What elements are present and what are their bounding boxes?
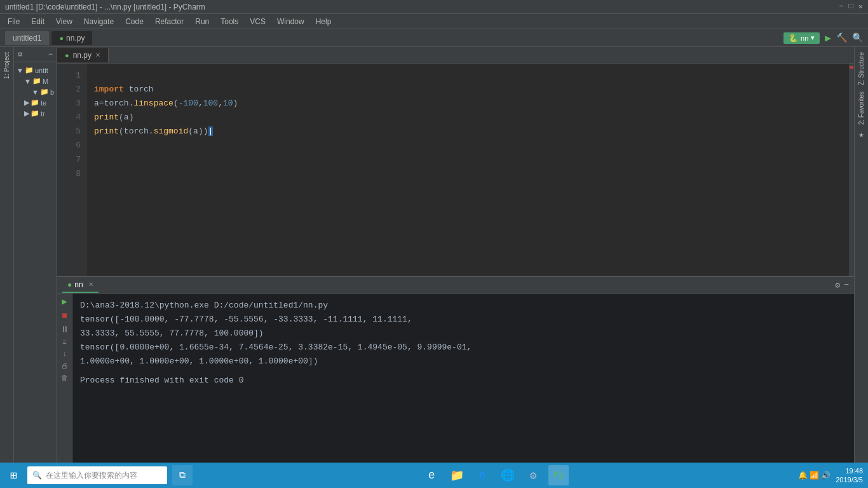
minimize-panel-icon[interactable]: − xyxy=(48,50,53,59)
tree-item-b[interactable]: ▼ 📁 b xyxy=(17,86,54,97)
os-clock: 19:48 2019/3/5 xyxy=(836,466,863,485)
item-m: M xyxy=(43,78,48,85)
ie-icon[interactable]: e xyxy=(472,465,492,485)
os-time-display: 19:48 xyxy=(836,466,863,475)
run-print-button[interactable]: 🖨 xyxy=(61,362,68,370)
run-panel-controls: ⚙ − xyxy=(835,280,849,290)
project-panel-toggle[interactable]: 1: Project xyxy=(2,50,11,81)
windows-start-button[interactable]: ⊞ xyxy=(5,466,22,485)
line-numbers: 1 2 3 4 5 6 7 8 xyxy=(57,64,86,276)
star-icon[interactable]: ★ xyxy=(858,129,864,140)
code-editor[interactable]: 1 2 3 4 5 6 7 8 import torch a=torch.lin… xyxy=(57,64,854,276)
run-scroll-button[interactable]: ↓ xyxy=(62,350,67,358)
line-num-2: 2 xyxy=(57,83,81,97)
tree-item-untitled1[interactable]: ▼ 📁 untit xyxy=(17,65,54,76)
editor-and-run: ● nn.py ✕ 1 2 3 4 5 6 7 xyxy=(57,47,854,474)
google-chrome-icon: ⚙ xyxy=(530,468,537,482)
file-tab-label: nn.py xyxy=(66,34,85,43)
menu-vcs[interactable]: VCS xyxy=(245,16,271,27)
menu-refactor[interactable]: Refactor xyxy=(150,16,189,27)
favorites-toggle[interactable]: 2: Favorites xyxy=(857,89,866,127)
menu-file[interactable]: File xyxy=(3,16,25,27)
run-control-buttons: ▶ ■ ⏸ ≡ ↓ 🖨 🗑 xyxy=(57,294,72,474)
folder-icon4: 📁 xyxy=(31,98,39,107)
tree-item-m[interactable]: ▼ 📁 M xyxy=(17,76,54,86)
file-explorer-icon: 📁 xyxy=(450,468,464,482)
os-search-placeholder: 在这里输入你要搜索的内容 xyxy=(46,470,137,481)
menu-help[interactable]: Help xyxy=(311,16,337,27)
explorer-icon[interactable]: 📁 xyxy=(447,465,467,485)
run-body: ▶ ■ ⏸ ≡ ↓ 🖨 🗑 D:\ana3-2018.12\python.exe… xyxy=(57,294,854,474)
run-settings-icon[interactable]: ⚙ xyxy=(835,280,840,290)
run-panel-header: ● nn ✕ ⚙ − xyxy=(57,277,854,294)
item-b: b xyxy=(50,88,54,96)
main-layout: 1: Project ⚙ − ▼ 📁 untit ▼ 📁 M xyxy=(0,47,868,474)
run-process-line: Process finished with exit code 0 xyxy=(80,374,846,388)
run-step-button[interactable]: ≡ xyxy=(62,339,67,346)
pycharm-app-icon: Py xyxy=(553,470,564,480)
browser2-icon[interactable]: 🌐 xyxy=(498,465,518,485)
line-num-8: 8 xyxy=(57,167,81,181)
editor-nn-tab[interactable]: ● nn.py ✕ xyxy=(57,48,109,62)
run-button[interactable]: ▶ xyxy=(825,32,831,44)
run-play-button[interactable]: ▶ xyxy=(62,296,67,307)
tree-item-tr[interactable]: ▶ 📁 tr xyxy=(17,108,54,119)
menu-run[interactable]: Run xyxy=(190,16,214,27)
left-sidebar: 1: Project xyxy=(0,47,14,474)
run-tab-nn[interactable]: ● nn ✕ xyxy=(62,278,98,293)
menu-window[interactable]: Window xyxy=(272,16,309,27)
file-tab[interactable]: ● nn.py xyxy=(51,31,92,45)
python-file-icon: ● xyxy=(59,34,64,42)
task-view-button[interactable]: ⧉ xyxy=(172,465,193,485)
os-search-box[interactable]: 🔍 在这里输入你要搜索的内容 xyxy=(27,466,167,484)
folder-icon3: 📁 xyxy=(40,88,49,96)
error-marker xyxy=(850,66,853,69)
run-path-line: D:\ana3-2018.12\python.exe D:/code/untit… xyxy=(80,299,846,313)
expand-icon4: ▶ xyxy=(24,98,29,107)
settings-icon[interactable]: ⚙ xyxy=(18,50,22,59)
z-structure-toggle[interactable]: Z: Structure xyxy=(857,50,866,88)
close-tab-icon[interactable]: ✕ xyxy=(95,51,100,58)
menu-view[interactable]: View xyxy=(51,16,78,27)
run-tensor1-line: tensor([-100.0000, -77.7778, -55.5556, -… xyxy=(80,313,846,327)
run-panel-tabs: ● nn ✕ xyxy=(62,278,98,293)
build-button[interactable]: 🔨 xyxy=(836,32,847,43)
menu-code[interactable]: Code xyxy=(120,16,149,27)
run-output-area: D:\ana3-2018.12\python.exe D:/code/untit… xyxy=(72,294,854,474)
run-tensor2-line: tensor([0.0000e+00, 1.6655e-34, 7.4564e-… xyxy=(80,341,846,355)
minimize-button[interactable]: − xyxy=(839,2,843,11)
search-icon: 🔍 xyxy=(32,471,42,480)
close-button[interactable]: ✕ xyxy=(858,2,863,11)
run-tab-label: nn xyxy=(74,280,83,289)
line-num-1: 1 xyxy=(57,69,81,83)
run-pause-button[interactable]: ⏸ xyxy=(60,325,69,335)
chrome-icon[interactable]: ⚙ xyxy=(523,465,543,485)
tab-bar: untitled1 ● nn.py 🐍 nn ▾ ▶ 🔨 🔍 xyxy=(0,29,868,47)
project-tab-label: untitled1 xyxy=(13,34,41,43)
menu-navigate[interactable]: Navigate xyxy=(79,16,119,27)
run-stop-button[interactable]: ■ xyxy=(62,311,67,321)
line-num-5: 5 xyxy=(57,125,81,139)
tab-left: untitled1 ● nn.py xyxy=(5,31,92,45)
maximize-button[interactable]: □ xyxy=(849,2,853,11)
expand-icon5: ▶ xyxy=(24,109,29,118)
run-clear-button[interactable]: 🗑 xyxy=(61,374,68,382)
code-line-1: import torch xyxy=(94,85,154,94)
pycharm-icon[interactable]: Py xyxy=(548,465,569,485)
run-configuration-badge[interactable]: 🐍 nn ▾ xyxy=(783,32,820,44)
menu-tools[interactable]: Tools xyxy=(215,16,243,27)
tab-right: 🐍 nn ▾ ▶ 🔨 🔍 xyxy=(783,32,863,44)
item-te: te xyxy=(41,99,46,107)
title-bar: untitled1 [D:\code\untitled1] - ...\nn.p… xyxy=(0,0,868,14)
menu-edit[interactable]: Edit xyxy=(26,16,50,27)
edge-icon[interactable]: e xyxy=(421,465,442,485)
code-content[interactable]: import torch a=torch.linspace(-100,100,1… xyxy=(86,64,849,276)
project-tree: ▼ 📁 untit ▼ 📁 M ▼ 📁 b ▶ 📁 te xyxy=(14,62,57,121)
python-run-icon: 🐍 xyxy=(789,34,798,43)
global-search-button[interactable]: 🔍 xyxy=(852,32,863,43)
project-tab[interactable]: untitled1 xyxy=(5,31,49,45)
run-tab-close[interactable]: ✕ xyxy=(88,281,93,288)
task-view-icon: ⧉ xyxy=(179,470,186,480)
run-panel-minimize[interactable]: − xyxy=(844,280,849,290)
tree-item-te[interactable]: ▶ 📁 te xyxy=(17,97,54,108)
